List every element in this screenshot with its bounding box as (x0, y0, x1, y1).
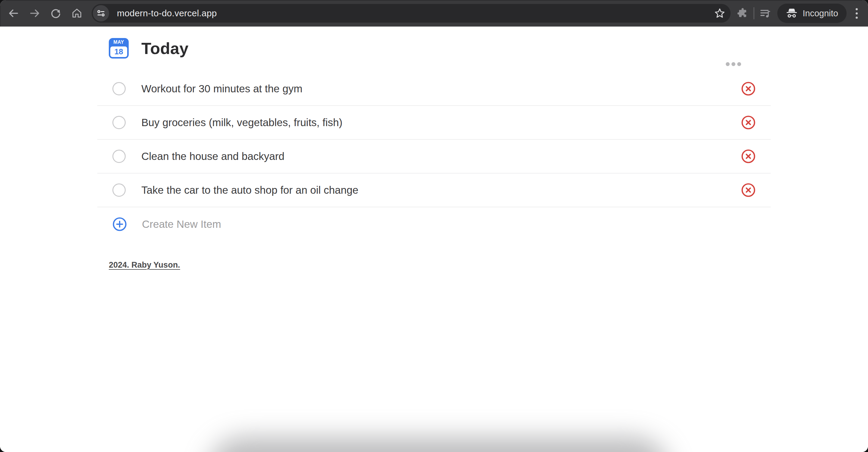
forward-arrow-icon (29, 7, 40, 19)
todo-app-page: MAY 18 Today Workout for 30 minutes at t… (0, 27, 868, 452)
calendar-date-icon: MAY 18 (109, 38, 129, 59)
todo-text: Clean the house and backyard (141, 150, 741, 162)
todo-list: Workout for 30 minutes at the gym Buy gr… (97, 72, 771, 241)
dot (856, 8, 858, 10)
back-arrow-icon (8, 7, 19, 19)
todo-checkbox[interactable] (113, 116, 126, 129)
delete-todo-button[interactable] (741, 183, 755, 197)
reload-button[interactable] (45, 2, 66, 24)
list-options-button[interactable] (724, 60, 743, 68)
playlist-music-icon (760, 7, 771, 19)
page-header: MAY 18 Today (97, 27, 771, 59)
todo-checkbox[interactable] (113, 150, 126, 163)
delete-x-icon (741, 183, 755, 197)
delete-x-icon (741, 115, 755, 130)
delete-todo-button[interactable] (741, 149, 755, 164)
delete-todo-button[interactable] (741, 82, 755, 96)
browser-menu-button[interactable] (851, 5, 862, 22)
incognito-badge[interactable]: Incognito (777, 4, 846, 23)
home-button[interactable] (66, 2, 87, 24)
delete-todo-button[interactable] (741, 115, 755, 130)
credit-link[interactable]: 2024. Raby Yuson. (109, 260, 180, 270)
browser-toolbar: modern-to-do.vercel.app Incognito (0, 0, 868, 27)
delete-x-icon (741, 149, 755, 164)
puzzle-icon (737, 7, 748, 19)
todo-text: Buy groceries (milk, vegetables, fruits,… (141, 116, 741, 129)
todo-row: Buy groceries (milk, vegetables, fruits,… (97, 106, 771, 140)
incognito-label: Incognito (803, 8, 838, 19)
page-title: Today (141, 39, 189, 58)
delete-x-icon (741, 82, 755, 96)
todo-row: Take the car to the auto shop for an oil… (97, 173, 771, 207)
page-footer: 2024. Raby Yuson. (97, 260, 771, 270)
todo-checkbox[interactable] (113, 82, 126, 95)
reload-icon (50, 7, 61, 19)
dot (856, 17, 858, 19)
url-text[interactable]: modern-to-do.vercel.app (117, 8, 714, 19)
dot (737, 62, 741, 66)
bottom-card-shadow (208, 437, 669, 452)
toolbar-divider (753, 7, 754, 19)
dot (726, 62, 730, 66)
incognito-icon (786, 8, 798, 19)
todo-text: Workout for 30 minutes at the gym (141, 83, 741, 95)
address-bar[interactable]: modern-to-do.vercel.app (92, 4, 731, 23)
back-button[interactable] (3, 2, 24, 24)
calendar-month: MAY (109, 38, 129, 45)
forward-button[interactable] (24, 2, 45, 24)
create-new-item-label[interactable]: Create New Item (142, 218, 221, 230)
home-icon (71, 7, 83, 19)
todo-row: Workout for 30 minutes at the gym (97, 72, 771, 106)
create-new-item-row[interactable]: Create New Item (97, 207, 771, 241)
plus-circle-icon (113, 217, 127, 231)
add-item-button[interactable] (113, 217, 127, 231)
todo-row: Clean the house and backyard (97, 140, 771, 173)
calendar-day: 18 (110, 47, 127, 57)
dot (856, 12, 858, 15)
todo-text: Take the car to the auto shop for an oil… (141, 184, 741, 196)
site-info-button[interactable] (93, 5, 109, 22)
extensions-button[interactable] (734, 4, 751, 22)
browser-window: modern-to-do.vercel.app Incognito MAY (0, 0, 868, 452)
star-icon (714, 7, 726, 19)
todo-checkbox[interactable] (113, 183, 126, 197)
dot (732, 62, 735, 66)
tune-icon (96, 9, 105, 18)
bookmark-star-button[interactable] (714, 7, 726, 19)
media-controls-button[interactable] (757, 4, 774, 22)
